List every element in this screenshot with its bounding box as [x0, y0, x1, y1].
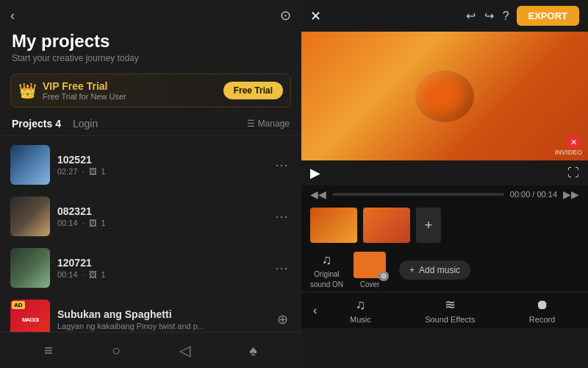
project-thumbnail — [10, 145, 50, 185]
original-sound-toggle[interactable]: ♫ Original sound ON — [310, 252, 343, 289]
vip-title: VIP Free Trial — [43, 80, 126, 92]
timeline-bar: ◀◀ 00:00 / 00:14 ▶▶ — [301, 185, 588, 203]
more-options-icon[interactable]: ⋯ — [272, 205, 291, 227]
audio-controls: ♫ Original sound ON ⚙ Cover + Add music — [301, 247, 588, 291]
back-button[interactable]: ‹ — [10, 8, 15, 24]
tab-music[interactable]: ♫ Music — [350, 297, 371, 324]
add-music-button[interactable]: + Add music — [399, 261, 470, 280]
right-panel: ✕ ↩ ↪ ? EXPORT INVIDEO ✕ ▶ ⛶ ◀◀ 00:00 / … — [301, 0, 588, 368]
nav-home-icon[interactable]: ○ — [103, 339, 129, 362]
media-strip: + — [301, 203, 588, 247]
tabs-back-button[interactable]: ‹ — [307, 301, 323, 320]
right-top-bar: ✕ ↩ ↪ ? EXPORT — [301, 0, 588, 32]
bottom-nav-left: ≡ ○ ◁ ♠ — [0, 332, 301, 368]
nav-login[interactable]: Login — [73, 118, 98, 130]
cover-box: ⚙ — [354, 252, 386, 278]
media-thumbnail[interactable] — [363, 208, 410, 243]
original-sound-icon: ♫ — [322, 252, 332, 268]
projects-list: 102521 02:27 · 🖼 1 ⋯ 082321 00:14 · 🖼 1 — [0, 136, 301, 332]
nav-person-icon[interactable]: ♠ — [240, 339, 266, 362]
original-sound-label: Original — [314, 270, 339, 278]
tab-record[interactable]: ⏺ Record — [529, 297, 555, 324]
export-button[interactable]: EXPORT — [517, 6, 579, 26]
add-music-label: Add music — [419, 265, 460, 275]
nav-projects[interactable]: Projects 4 — [12, 118, 61, 130]
pumpkin-shape — [415, 71, 474, 122]
redo-icon[interactable]: ↪ — [484, 9, 494, 23]
project-name: 120721 — [57, 257, 265, 269]
cover-audio[interactable]: ⚙ Cover — [354, 252, 386, 289]
vip-subtitle: Free Trial for New User — [43, 92, 126, 101]
add-media-button[interactable]: + — [416, 208, 441, 243]
project-info: 102521 02:27 · 🖼 1 — [57, 154, 265, 176]
project-name: 102521 — [57, 154, 265, 166]
record-label: Record — [529, 315, 555, 324]
project-info: 120721 00:14 · 🖼 1 — [57, 257, 265, 279]
playback-bar: ▶ ⛶ — [301, 160, 588, 185]
sound-effects-icon: ≋ — [445, 297, 456, 313]
project-name: Subukan ang Spaghetti — [57, 308, 267, 320]
pumpkin-background: INVIDEO — [301, 32, 588, 160]
vip-banner[interactable]: 👑 VIP Free Trial Free Trial for New User… — [10, 74, 291, 107]
more-options-icon[interactable]: ⊕ — [274, 308, 291, 330]
watermark: INVIDEO — [555, 149, 582, 156]
undo-icon[interactable]: ↩ — [466, 9, 476, 23]
ad-badge: AD — [12, 301, 25, 309]
play-button[interactable]: ▶ — [310, 165, 320, 181]
manage-label: Manage — [258, 118, 290, 129]
tab-sound-effects[interactable]: ≋ Sound Effects — [425, 297, 475, 324]
help-icon[interactable]: ? — [503, 10, 509, 23]
page-subtitle: Start your creative journey today — [12, 53, 290, 63]
cover-label: Cover — [360, 280, 380, 289]
project-info: Subukan ang Spaghetti Lagyan ng kakaiban… — [57, 308, 267, 330]
timeline-next-button[interactable]: ▶▶ — [563, 188, 579, 200]
settings-icon[interactable]: ⊙ — [280, 7, 291, 24]
projects-nav: Projects 4 Login ☰ Manage — [0, 115, 301, 136]
nav-menu-icon[interactable]: ≡ — [35, 339, 62, 362]
manage-icon: ☰ — [247, 118, 255, 129]
project-meta: 00:14 · 🖼 1 — [57, 270, 265, 279]
free-trial-button[interactable]: Free Trial — [223, 82, 283, 99]
add-music-icon: + — [409, 265, 415, 275]
music-icon: ♫ — [356, 297, 366, 313]
more-options-icon[interactable]: ⋯ — [272, 257, 291, 279]
timeline-track[interactable] — [332, 193, 504, 196]
page-title: My projects — [12, 31, 290, 52]
project-meta: 02:27 · 🖼 1 — [57, 167, 265, 176]
media-thumbnail[interactable] — [310, 208, 357, 243]
nav-manage[interactable]: ☰ Manage — [247, 118, 290, 129]
project-thumbnail — [10, 197, 50, 236]
record-icon: ⏺ — [536, 297, 549, 313]
toolbar-icons: ↩ ↪ ? — [466, 9, 509, 23]
timeline-time: 00:00 / 00:14 — [510, 190, 557, 199]
bottom-tabs: ‹ ♫ Music ≋ Sound Effects ⏺ Record — [301, 291, 588, 328]
project-name: 082321 — [57, 205, 265, 217]
list-item[interactable]: 102521 02:27 · 🖼 1 ⋯ — [0, 139, 301, 191]
original-sound-label2: sound ON — [310, 280, 343, 289]
list-item[interactable]: 082321 00:14 · 🖼 1 ⋯ — [0, 191, 301, 242]
projects-header: My projects Start your creative journey … — [0, 28, 301, 69]
video-preview: INVIDEO ✕ — [301, 32, 588, 160]
project-thumbnail: AD MAGGI — [10, 300, 50, 332]
music-label: Music — [350, 315, 371, 324]
left-top-bar: ‹ ⊙ — [0, 0, 301, 28]
list-item[interactable]: AD MAGGI Subukan ang Spaghetti Lagyan ng… — [0, 294, 301, 332]
timeline-prev-button[interactable]: ◀◀ — [310, 188, 326, 200]
fullscreen-button[interactable]: ⛶ — [567, 166, 579, 180]
nav-back-icon[interactable]: ◁ — [171, 339, 199, 362]
sound-effects-label: Sound Effects — [425, 315, 475, 324]
close-button[interactable]: ✕ — [310, 8, 321, 24]
vip-text: VIP Free Trial Free Trial for New User — [43, 80, 126, 101]
project-info: 082321 00:14 · 🖼 1 — [57, 205, 265, 227]
left-panel: ‹ ⊙ My projects Start your creative jour… — [0, 0, 301, 368]
list-item[interactable]: 120721 00:14 · 🖼 1 ⋯ — [0, 242, 301, 294]
remove-clip-button[interactable]: ✕ — [566, 135, 581, 149]
project-desc: Lagyan ng kakaibang Pinoy twist and p... — [57, 322, 204, 330]
tabs-row: ♫ Music ≋ Sound Effects ⏺ Record — [323, 297, 582, 324]
project-thumbnail — [10, 248, 50, 288]
crown-icon: 👑 — [18, 82, 37, 99]
cover-check: ⚙ — [379, 271, 389, 281]
project-meta: 00:14 · 🖼 1 — [57, 219, 265, 227]
more-options-icon[interactable]: ⋯ — [272, 154, 291, 176]
vip-left: 👑 VIP Free Trial Free Trial for New User — [18, 80, 126, 101]
